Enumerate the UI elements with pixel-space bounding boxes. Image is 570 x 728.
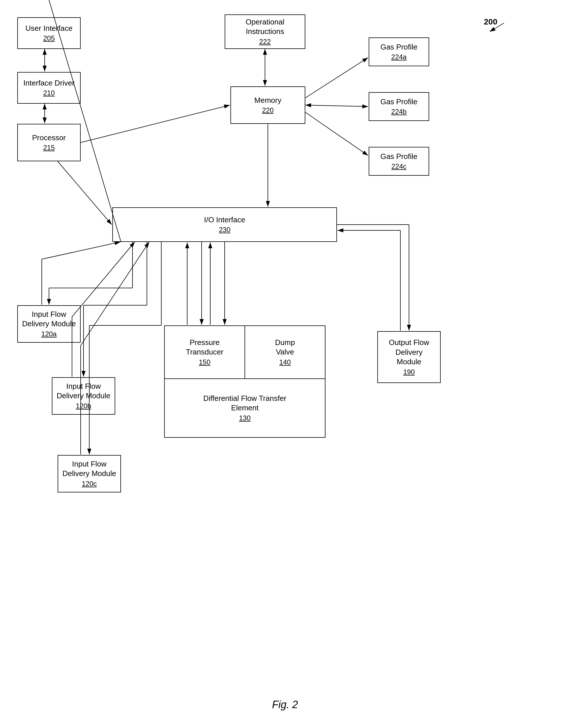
- box-interface-driver: Interface Driver 210: [17, 72, 81, 104]
- box-gas-profile-c: Gas Profile 224c: [369, 147, 429, 176]
- box-input-flow-b: Input FlowDelivery Module 120b: [52, 377, 115, 415]
- box-differential-flow-container: PressureTransducer 150 DumpValve 140 Dif…: [164, 325, 325, 438]
- box-operational-instructions: OperationalInstructions 222: [225, 14, 305, 49]
- diagram: 200 User Interface 205 Interface Driver …: [0, 0, 570, 728]
- box-processor: Processor 215: [17, 124, 81, 161]
- svg-line-11: [58, 161, 112, 225]
- svg-line-25: [42, 242, 120, 259]
- fig-label: Fig. 2: [0, 699, 570, 711]
- box-memory: Memory 220: [230, 86, 305, 124]
- svg-line-6: [305, 58, 368, 98]
- box-io-interface: I/O Interface 230: [112, 207, 337, 242]
- box-gas-profile-b: Gas Profile 224b: [369, 92, 429, 121]
- box-gas-profile-a: Gas Profile 224a: [369, 37, 429, 66]
- box-input-flow-c: Input FlowDelivery Module 120c: [58, 455, 121, 492]
- box-output-flow: Output FlowDeliveryModule 190: [377, 331, 441, 383]
- box-user-interface: User Interface 205: [17, 17, 81, 49]
- svg-line-27: [72, 242, 135, 317]
- ref-number-200: 200: [484, 17, 498, 26]
- svg-line-9: [81, 105, 230, 142]
- svg-line-7: [305, 105, 368, 106]
- box-input-flow-a: Input FlowDelivery Module 120a: [17, 305, 81, 343]
- svg-line-29: [81, 242, 149, 346]
- svg-line-8: [305, 112, 368, 155]
